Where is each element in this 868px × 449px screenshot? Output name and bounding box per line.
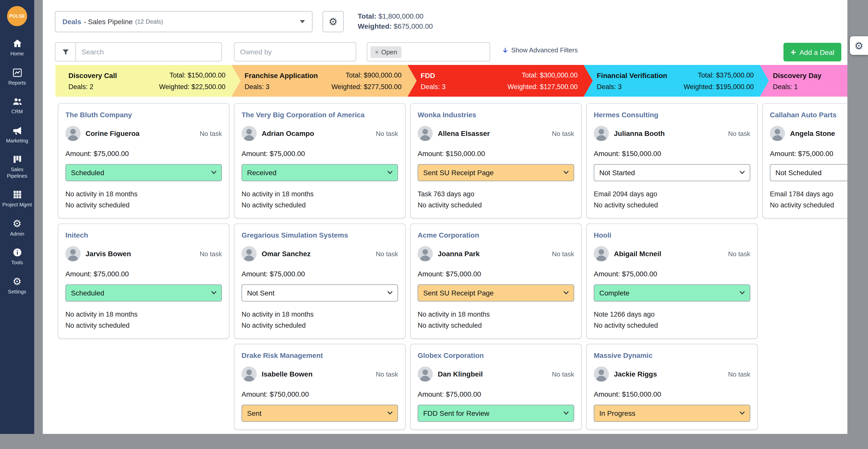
show-advanced-filters-link[interactable]: Show Advanced Filters (502, 46, 578, 54)
avatar (417, 367, 433, 382)
stage-status-select[interactable]: Not Scheduled (770, 164, 847, 181)
sidebar-item-reports[interactable]: Reports (0, 67, 34, 86)
deal-amount: Amount: $75,000.00 (594, 270, 750, 278)
gear-icon: ⚙ (12, 276, 22, 287)
stage-status-select[interactable]: In Progress (594, 405, 750, 422)
chevron-down-icon (300, 20, 305, 23)
filter-button[interactable] (55, 42, 76, 61)
stage-status-select-wrap: Sent SU Receipt Page (417, 285, 574, 301)
stage-status-select-wrap: Received (242, 164, 398, 181)
deal-company-link[interactable]: Drake Risk Management (242, 352, 398, 360)
contact-name: Abigail Mcneil (614, 250, 661, 258)
deal-card[interactable]: Hermes ConsultingJulianna BoothNo taskAm… (586, 103, 758, 218)
contact-name: Isabelle Bowen (262, 370, 312, 378)
sidebar-item-tools[interactable]: Tools (0, 247, 34, 266)
avatar (417, 246, 433, 261)
contact-name: Omar Sanchez (262, 250, 311, 258)
app-logo[interactable]: PULSE (7, 6, 27, 26)
stage-status-select[interactable]: Complete (594, 285, 750, 301)
deal-column-discovery-call: The Bluth CompanyCorine FigueroaNo taskA… (58, 103, 229, 339)
deal-card[interactable]: Massive DynamicJackie RiggsNo taskAmount… (586, 344, 758, 430)
pipeline-settings-button[interactable]: ⚙ (322, 11, 344, 32)
activity-line: No activity in 18 months (65, 309, 222, 320)
deal-company-link[interactable]: Gregarious Simulation Systems (242, 231, 398, 240)
sidebar-nav: HomeReportsCRMMarketingSales PipelinesPr… (0, 38, 34, 305)
sidebar-item-sales-pipelines[interactable]: Sales Pipelines (0, 154, 34, 179)
stage-status-select[interactable]: Received (242, 164, 398, 181)
arrow-down-icon (502, 47, 509, 54)
search-input[interactable] (76, 42, 222, 61)
contact-name: Julianna Booth (614, 129, 665, 138)
floating-settings-button[interactable]: ⚙ (850, 36, 868, 55)
deal-company-link[interactable]: The Bluth Company (65, 111, 222, 119)
stage-status-select[interactable]: Scheduled (65, 164, 222, 181)
deal-card[interactable]: Wonka IndustriesAllena ElsasserNo taskAm… (410, 103, 582, 218)
stage-name: Financial Verification (597, 71, 667, 79)
sidebar-item-admin[interactable]: ⚙Admin (0, 218, 34, 237)
sidebar-item-label: Marketing (5, 138, 29, 144)
deal-company-link[interactable]: Acme Corporation (417, 231, 574, 240)
stage-deal-count: Deals: 3 (245, 83, 270, 90)
stage-total: Total: $375,000.00 (698, 71, 754, 79)
activity-summary: No activity in 18 monthsNo activity sche… (65, 189, 222, 210)
stage-status-select[interactable]: Not Sent (242, 285, 398, 301)
remove-chip-icon[interactable]: × (375, 48, 379, 56)
deal-card[interactable]: Callahan Auto PartsAngela StoneNo taskAm… (762, 103, 847, 218)
sidebar-item-home[interactable]: Home (0, 38, 34, 57)
deal-card[interactable]: InitechJarvis BowenNo taskAmount: $75,00… (58, 223, 229, 339)
pipeline-total: Total: $1,800,000.00 (358, 11, 433, 21)
stage-name: FDD (421, 71, 435, 79)
deal-card[interactable]: Drake Risk ManagementIsabelle BowenNo ta… (234, 344, 406, 430)
filter-chip-open[interactable]: × Open (370, 46, 402, 58)
stage-status-select[interactable]: Scheduled (65, 285, 222, 301)
activity-summary: No activity in 18 monthsNo activity sche… (242, 189, 398, 210)
owned-by-input[interactable] (234, 42, 356, 61)
deal-card[interactable]: HooliAbigail McneilNo taskAmount: $75,00… (586, 223, 758, 339)
deal-company-link[interactable]: Globex Corporation (417, 352, 574, 360)
deal-card[interactable]: Globex CorporationDan KlingbeilNo taskAm… (410, 344, 582, 430)
deal-company-link[interactable]: Hooli (594, 231, 750, 240)
pipeline-select-name: Deals (62, 18, 81, 26)
deal-card[interactable]: Gregarious Simulation SystemsOmar Sanche… (234, 223, 406, 339)
deal-card[interactable]: The Bluth CompanyCorine FigueroaNo taskA… (58, 103, 229, 218)
pipeline-select[interactable]: Deals - Sales Pipeline (12 Deals) (55, 11, 312, 32)
stage-status-select[interactable]: Sent SU Receipt Page (417, 164, 574, 181)
contact-row: Dan KlingbeilNo task (417, 367, 574, 382)
deal-company-link[interactable]: Initech (65, 231, 222, 240)
deal-amount: Amount: $150,000.00 (594, 150, 750, 157)
deal-company-link[interactable]: The Very Big Corporation of America (242, 111, 398, 119)
task-status: No task (552, 130, 574, 137)
stage-status-select[interactable]: FDD Sent for Review (417, 405, 574, 422)
sidebar-item-project-mgmt[interactable]: Project Mgmt (0, 189, 34, 208)
activity-line: Email 2094 days ago (594, 189, 750, 200)
deal-card[interactable]: The Very Big Corporation of AmericaAdria… (234, 103, 406, 218)
stage-deal-count: Deals: 3 (597, 83, 622, 90)
activity-line: No activity scheduled (242, 200, 398, 210)
activity-line: No activity scheduled (65, 320, 222, 331)
avatar (242, 246, 257, 261)
avatar (594, 246, 609, 261)
deal-company-link[interactable]: Wonka Industries (417, 111, 574, 119)
stage-status-select[interactable]: Sent (242, 405, 398, 422)
stage-status-select[interactable]: Not Started (594, 164, 750, 181)
sidebar: PULSE HomeReportsCRMMarketingSales Pipel… (0, 0, 34, 434)
pipeline-select-rest: - Sales Pipeline (84, 18, 133, 26)
activity-summary: Email 2094 days agoNo activity scheduled (594, 189, 750, 210)
sidebar-item-settings[interactable]: ⚙Settings (0, 276, 34, 295)
stage-status-select-wrap: Scheduled (65, 285, 222, 301)
deal-company-link[interactable]: Callahan Auto Parts (770, 111, 847, 119)
deal-card[interactable]: Acme CorporationJoanna ParkNo taskAmount… (410, 223, 582, 339)
activity-line: No activity scheduled (417, 200, 574, 210)
deal-company-link[interactable]: Hermes Consulting (594, 111, 750, 119)
deal-amount: Amount: $150,000.00 (594, 390, 750, 398)
add-deal-button[interactable]: + Add a Deal (783, 43, 841, 61)
sidebar-item-crm[interactable]: CRM (0, 96, 34, 115)
deal-company-link[interactable]: Massive Dynamic (594, 352, 750, 360)
status-filter-input[interactable]: × Open (367, 42, 490, 61)
contact-row: Isabelle BowenNo task (242, 367, 398, 382)
stage-status-select[interactable]: Sent SU Receipt Page (417, 285, 574, 301)
sidebar-item-marketing[interactable]: Marketing (0, 125, 34, 144)
stage-status-select-wrap: Sent (242, 405, 398, 422)
sidebar-item-label: Admin (9, 231, 25, 237)
activity-summary: No activity in 18 monthsNo activity sche… (242, 309, 398, 331)
